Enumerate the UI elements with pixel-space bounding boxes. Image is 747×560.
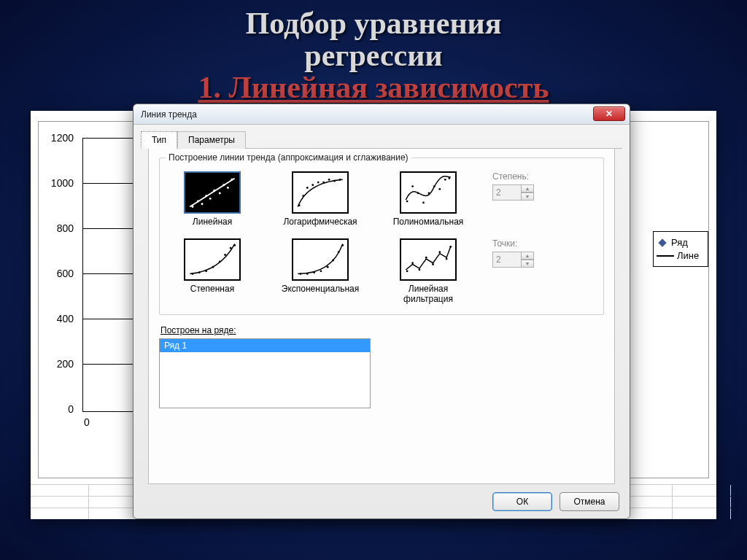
power-thumb-icon bbox=[184, 238, 241, 281]
svg-point-39 bbox=[313, 271, 315, 273]
svg-point-31 bbox=[205, 270, 207, 272]
title-line-2: регрессии bbox=[304, 39, 442, 72]
trend-option-exponential[interactable]: Экспоненциальная bbox=[276, 238, 364, 304]
svg-point-32 bbox=[212, 266, 214, 268]
svg-point-24 bbox=[428, 192, 430, 195]
y-tick: 200 bbox=[47, 358, 74, 403]
tab-parameters[interactable]: Параметры bbox=[177, 131, 246, 149]
legend-label: Ряд bbox=[671, 237, 688, 248]
svg-point-51 bbox=[446, 258, 448, 260]
svg-point-42 bbox=[332, 260, 334, 262]
trendline-dialog: Линия тренда ✕ Тип Параметры Построение … bbox=[133, 104, 630, 519]
svg-point-37 bbox=[300, 273, 302, 275]
series-listbox[interactable]: Ряд 1 bbox=[159, 338, 371, 408]
svg-point-36 bbox=[233, 244, 236, 246]
diamond-icon bbox=[658, 238, 666, 246]
svg-point-20 bbox=[406, 201, 409, 203]
svg-point-23 bbox=[422, 202, 425, 204]
trend-label: Линейная фильтрация bbox=[384, 284, 472, 304]
svg-point-28 bbox=[448, 177, 450, 179]
svg-point-4 bbox=[205, 195, 207, 197]
trend-option-moving-average[interactable]: Линейная фильтрация bbox=[384, 238, 472, 304]
period-up-button[interactable]: ▲ bbox=[521, 252, 534, 260]
svg-point-19 bbox=[339, 179, 341, 181]
close-button[interactable]: ✕ bbox=[593, 106, 625, 121]
degree-label: Степень: bbox=[492, 171, 595, 182]
chart-legend: Ряд Лине bbox=[653, 231, 708, 267]
svg-point-2 bbox=[197, 201, 199, 203]
svg-point-12 bbox=[302, 195, 304, 197]
degree-up-button[interactable]: ▲ bbox=[521, 184, 534, 192]
tab-type[interactable]: Тип bbox=[141, 131, 177, 149]
svg-point-25 bbox=[433, 185, 436, 187]
trend-label: Линейная bbox=[169, 217, 256, 227]
trend-type-group: Построение линии тренда (аппроксимация и… bbox=[159, 158, 604, 315]
svg-line-0 bbox=[190, 178, 234, 206]
y-axis: 1200 1000 800 600 400 200 0 bbox=[47, 132, 74, 448]
series-list-item[interactable]: Ряд 1 bbox=[160, 339, 370, 352]
trend-option-power[interactable]: Степенная bbox=[169, 238, 256, 304]
cancel-button[interactable]: Отмена bbox=[560, 492, 619, 511]
period-label: Точки: bbox=[492, 238, 595, 249]
y-tick: 400 bbox=[47, 313, 74, 358]
legend-item-series: Ряд bbox=[657, 237, 705, 248]
svg-point-43 bbox=[338, 251, 340, 253]
svg-point-10 bbox=[231, 179, 233, 181]
svg-point-52 bbox=[449, 246, 452, 248]
trend-option-polynomial[interactable]: Полиномиальная bbox=[384, 171, 472, 227]
log-thumb-icon bbox=[292, 171, 349, 214]
y-tick: 1000 bbox=[47, 177, 74, 222]
svg-point-29 bbox=[192, 273, 194, 275]
svg-point-47 bbox=[419, 269, 421, 271]
svg-point-40 bbox=[320, 270, 322, 272]
svg-point-18 bbox=[333, 180, 336, 182]
trend-label: Степенная bbox=[169, 284, 256, 294]
series-label: Построен на ряде: bbox=[160, 325, 604, 335]
svg-point-33 bbox=[219, 260, 221, 262]
svg-point-30 bbox=[198, 271, 201, 273]
svg-point-15 bbox=[317, 182, 320, 184]
svg-point-9 bbox=[227, 187, 229, 189]
svg-point-17 bbox=[328, 179, 330, 181]
svg-point-3 bbox=[201, 203, 204, 205]
svg-point-13 bbox=[306, 187, 309, 189]
svg-point-26 bbox=[438, 188, 441, 190]
line-icon bbox=[657, 255, 674, 257]
svg-point-34 bbox=[224, 254, 226, 256]
trend-label: Логарифмическая bbox=[276, 217, 364, 227]
svg-point-7 bbox=[219, 192, 221, 194]
exp-thumb-icon bbox=[292, 238, 349, 281]
svg-point-49 bbox=[432, 263, 434, 265]
y-tick: 0 bbox=[47, 403, 74, 448]
title-line-3: 1. Линейная зависимость bbox=[198, 71, 549, 104]
period-spinner-cell: Точки: ▲ ▼ bbox=[492, 238, 595, 304]
svg-point-50 bbox=[438, 251, 441, 253]
trend-label: Экспоненциальная bbox=[276, 284, 364, 294]
trend-option-logarithmic[interactable]: Логарифмическая bbox=[276, 171, 364, 227]
svg-point-1 bbox=[192, 206, 194, 208]
svg-point-46 bbox=[411, 262, 414, 264]
tabs: Тип Параметры Построение линии тренда (а… bbox=[133, 125, 630, 484]
svg-point-22 bbox=[417, 192, 419, 195]
svg-point-8 bbox=[222, 184, 225, 186]
dialog-titlebar[interactable]: Линия тренда ✕ bbox=[133, 104, 630, 125]
svg-point-6 bbox=[213, 190, 215, 192]
y-tick: 600 bbox=[47, 268, 74, 313]
legend-item-line: Лине bbox=[657, 250, 705, 261]
ok-button[interactable]: ОК bbox=[492, 492, 552, 511]
svg-point-16 bbox=[322, 182, 325, 184]
trend-option-linear[interactable]: Линейная bbox=[169, 171, 256, 227]
y-tick: 800 bbox=[47, 222, 74, 268]
tab-panel-type: Построение линии тренда (аппроксимация и… bbox=[148, 149, 615, 484]
period-down-button[interactable]: ▼ bbox=[521, 260, 534, 268]
movavg-thumb-icon bbox=[400, 238, 457, 281]
x-zero: 0 bbox=[84, 416, 90, 428]
degree-input bbox=[492, 184, 522, 201]
trend-label: Полиномиальная bbox=[384, 217, 472, 227]
degree-down-button[interactable]: ▼ bbox=[521, 192, 534, 201]
svg-point-5 bbox=[209, 198, 212, 200]
dialog-title: Линия тренда bbox=[138, 109, 197, 120]
linear-thumb-icon bbox=[184, 171, 241, 214]
title-line-1: Подбор уравнения bbox=[245, 7, 501, 40]
svg-point-14 bbox=[311, 184, 314, 186]
